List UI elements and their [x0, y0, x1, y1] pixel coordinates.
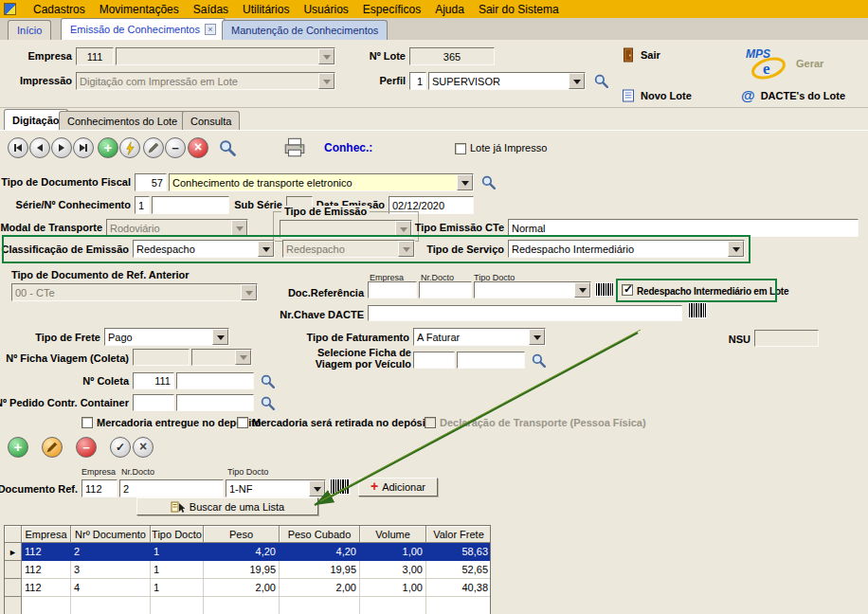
- nr-chave-field[interactable]: [368, 305, 682, 321]
- tipo-servico-combo[interactable]: Redespacho Intermediário: [508, 240, 745, 258]
- tipo-doc-fiscal-value: Conhecimento de transporte eletronico: [170, 177, 457, 189]
- tipo-doc-ref-anterior-label: Tipo de Documento de Ref. Anterior: [11, 269, 190, 280]
- grid-row-selector: [5, 597, 22, 614]
- buscar-de-uma-lista-button[interactable]: Buscar de uma Lista: [136, 497, 318, 515]
- pedido-container-field-2[interactable]: [176, 394, 254, 411]
- lote-ja-impresso-checkbox[interactable]: [455, 143, 466, 154]
- chevron-down-icon[interactable]: [574, 282, 590, 298]
- cancel-document-button[interactable]: [133, 437, 154, 458]
- menu-especificos[interactable]: Específicos: [363, 3, 421, 16]
- menu-ajuda[interactable]: Ajuda: [435, 3, 464, 16]
- chevron-down-icon[interactable]: [309, 480, 325, 497]
- tipo-doc-fiscal-code-field[interactable]: 57: [135, 173, 167, 191]
- search-icon[interactable]: [218, 138, 237, 157]
- mercadoria-entregue-checkbox[interactable]: [81, 417, 93, 428]
- novo-lote-label: Novo Lote: [641, 90, 692, 101]
- ref-empresa-field[interactable]: [368, 281, 417, 298]
- menu-saidas[interactable]: Saídas: [193, 3, 228, 16]
- edit-document-button[interactable]: [42, 437, 63, 458]
- docref-empresa-field[interactable]: 112: [81, 479, 118, 497]
- grid-header-tipo-docto[interactable]: Tipo Docto: [151, 526, 204, 543]
- add-document-button[interactable]: [8, 437, 28, 458]
- conhecimento-field[interactable]: [152, 196, 229, 214]
- tipo-frete-combo[interactable]: Pago: [104, 328, 229, 346]
- next-record-button[interactable]: [51, 137, 72, 158]
- grid-header-empresa[interactable]: Empresa: [22, 526, 71, 543]
- barcode-icon[interactable]: [330, 479, 351, 495]
- grid-cell-empty: [280, 597, 360, 614]
- serie-field[interactable]: 1: [135, 196, 150, 214]
- edit-record-button[interactable]: [143, 137, 164, 158]
- tab-emissao-conhecimentos[interactable]: Emissão de Conhecimentos: [61, 18, 226, 40]
- search-icon[interactable]: [531, 352, 547, 369]
- redespacho-lote-checkbox[interactable]: [622, 284, 633, 296]
- search-icon[interactable]: [260, 395, 276, 411]
- tab-manutencao-conhecimentos[interactable]: Manutenção de Conhecimentos: [222, 20, 388, 40]
- add-record-button[interactable]: [98, 137, 118, 158]
- grid-header-peso-cubado[interactable]: Peso Cubado: [280, 526, 360, 543]
- tab-inicio[interactable]: Início: [8, 20, 51, 40]
- search-icon[interactable]: [480, 174, 497, 190]
- remove-record-button[interactable]: [165, 137, 186, 158]
- grid-header-row: Empresa Nrº Documento Tipo Docto Peso Pe…: [5, 526, 490, 543]
- novo-lote-button[interactable]: Novo Lote: [622, 89, 692, 102]
- search-icon[interactable]: [593, 73, 609, 89]
- ficha-veiculo-field-1[interactable]: [413, 352, 455, 369]
- pedido-container-field-1[interactable]: [133, 394, 174, 411]
- table-row[interactable]: 112 2 1 4,20 4,20 1,00 58,63: [5, 543, 490, 561]
- classificacao-combo[interactable]: Redespacho: [133, 240, 275, 258]
- chevron-down-icon[interactable]: [258, 241, 274, 257]
- ref-nr-docto-field[interactable]: [419, 281, 472, 298]
- cancel-record-button[interactable]: [188, 137, 208, 158]
- prev-record-button[interactable]: [29, 137, 50, 158]
- num-coleta-field[interactable]: 111: [133, 372, 174, 389]
- remove-document-button[interactable]: [76, 437, 97, 458]
- grid-header-valor-frete[interactable]: Valor Frete: [426, 526, 491, 543]
- sair-button[interactable]: Sair: [622, 47, 660, 63]
- empresa-combo: [116, 47, 335, 65]
- chevron-down-icon[interactable]: [212, 329, 228, 345]
- menu-cadastros[interactable]: Cadastros: [33, 3, 85, 16]
- grid-header-peso[interactable]: Peso: [204, 526, 280, 543]
- tipo-faturamento-combo[interactable]: A Faturar: [413, 328, 546, 346]
- chevron-down-icon[interactable]: [457, 174, 473, 190]
- dactes-do-lote-button[interactable]: DACTE's do Lote: [741, 87, 845, 103]
- tipo-doc-fiscal-combo[interactable]: Conhecimento de transporte eletronico: [169, 173, 474, 191]
- grid-header-nr-documento[interactable]: Nrº Documento: [71, 526, 151, 543]
- printer-icon[interactable]: [282, 136, 307, 157]
- ref-tipo-docto-combo[interactable]: [474, 281, 591, 298]
- search-icon[interactable]: [260, 373, 276, 389]
- ficha-veiculo-field-2[interactable]: [457, 352, 525, 369]
- last-record-button[interactable]: [73, 137, 94, 158]
- menu-usuarios[interactable]: Usuários: [303, 3, 348, 16]
- barcode-icon[interactable]: [688, 302, 707, 318]
- first-record-button[interactable]: [8, 137, 28, 158]
- adicionar-button[interactable]: Adicionar: [358, 478, 438, 497]
- gerar-button[interactable]: Gerar: [745, 45, 823, 81]
- classificacao-value: Redespacho: [134, 244, 258, 255]
- chevron-down-icon[interactable]: [569, 73, 585, 89]
- subtab-consulta[interactable]: Consulta: [182, 111, 240, 130]
- table-row[interactable]: 112 4 1 2,00 2,00 1,00 40,38: [5, 579, 490, 597]
- empresa-field[interactable]: 111: [76, 47, 114, 65]
- barcode-icon[interactable]: [595, 282, 614, 297]
- confirm-document-button[interactable]: [110, 437, 131, 458]
- menu-utilitarios[interactable]: Utilitários: [243, 3, 289, 16]
- subtab-conhecimentos-do-lote[interactable]: Conhecimentos do Lote: [59, 111, 186, 130]
- sair-label: Sair: [641, 49, 660, 61]
- table-row[interactable]: 112 3 1 19,95 19,95 3,00 52,65: [5, 561, 490, 579]
- chevron-down-icon[interactable]: [529, 329, 545, 345]
- mercadoria-retirada-checkbox[interactable]: [237, 417, 248, 428]
- tipo-doc-fiscal-label: Tipo de Documento Fiscal: [1, 176, 131, 188]
- perfil-num-field[interactable]: 1: [409, 72, 426, 90]
- docref-tipo-docto-combo[interactable]: 1-NF: [226, 479, 326, 497]
- grid-header-volume[interactable]: Volume: [360, 526, 426, 543]
- menu-sair-do-sistema[interactable]: Sair do Sistema: [479, 3, 559, 16]
- quick-action-button[interactable]: [119, 137, 140, 158]
- perfil-combo[interactable]: SUPERVISOR: [428, 72, 586, 90]
- menu-movimentacoes[interactable]: Movimentações: [99, 3, 179, 16]
- chevron-down-icon[interactable]: [728, 241, 744, 257]
- num-coleta-field-2[interactable]: [176, 372, 254, 389]
- tab-close-icon[interactable]: [205, 24, 216, 35]
- docref-nr-docto-field[interactable]: 2: [119, 479, 224, 497]
